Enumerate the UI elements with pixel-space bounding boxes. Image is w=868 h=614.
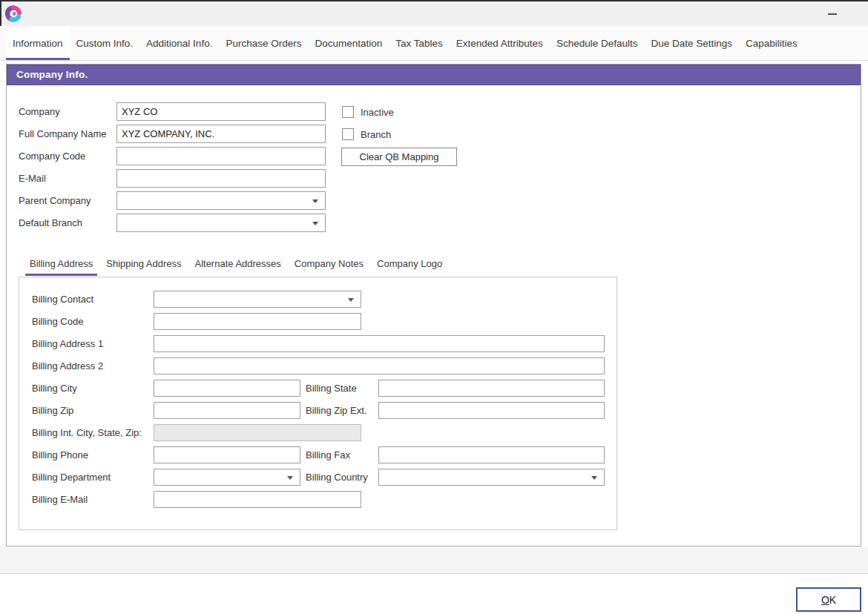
billing-zip-label: Billing Zip xyxy=(32,402,73,419)
subtab-company-notes[interactable]: Company Notes xyxy=(290,255,368,276)
minimize-icon xyxy=(828,13,837,15)
ok-button[interactable]: OK xyxy=(796,587,861,612)
billing-zip-ext-label: Billing Zip Ext. xyxy=(306,402,366,419)
tab-schedule-defaults[interactable]: Schedule Defaults xyxy=(550,29,645,60)
email-label: E-Mail xyxy=(19,169,46,188)
billing-email-input[interactable] xyxy=(154,491,361,508)
default-branch-dropdown[interactable] xyxy=(116,214,326,232)
tab-purchase-orders[interactable]: Purchase Orders xyxy=(219,29,308,60)
billing-contact-dropdown[interactable] xyxy=(154,291,361,308)
tab-custom-info[interactable]: Custom Info. xyxy=(70,29,140,60)
subtab-company-logo[interactable]: Company Logo xyxy=(372,255,447,276)
subtab-billing-address[interactable]: Billing Address xyxy=(25,255,97,276)
subtab-shipping-address[interactable]: Shipping Address xyxy=(102,255,185,276)
ok-button-rest: K xyxy=(829,594,836,606)
company-input[interactable] xyxy=(116,102,326,121)
billing-address-2-input[interactable] xyxy=(154,357,605,374)
billing-code-input[interactable] xyxy=(154,313,361,330)
subtab-alternate-addresses[interactable]: Alternate Addresses xyxy=(190,255,285,276)
full-company-name-input[interactable] xyxy=(116,125,326,143)
full-company-name-label: Full Company Name xyxy=(19,125,107,143)
tab-documentation[interactable]: Documentation xyxy=(308,29,389,60)
lower-spacer xyxy=(0,547,868,573)
tab-extended-attributes[interactable]: Extended Attributes xyxy=(450,29,550,60)
parent-company-label: Parent Company xyxy=(19,191,91,210)
caret-down-icon xyxy=(348,298,354,302)
branch-checkbox-label: Branch xyxy=(361,128,391,141)
billing-zip-ext-input[interactable] xyxy=(378,402,605,419)
billing-code-label: Billing Code xyxy=(32,313,83,330)
billing-department-label: Billing Department xyxy=(32,469,111,486)
billing-int-city-state-zip-input xyxy=(154,424,361,441)
company-label: Company xyxy=(19,102,60,121)
billing-phone-input[interactable] xyxy=(154,446,300,463)
caret-down-icon xyxy=(312,222,318,225)
email-input[interactable] xyxy=(116,169,326,188)
panel-title: Company Info. xyxy=(7,65,861,85)
caret-down-icon xyxy=(287,476,293,480)
inactive-checkbox-label: Inactive xyxy=(361,106,394,119)
billing-country-label: Billing Country xyxy=(306,469,368,486)
billing-zip-input[interactable] xyxy=(154,402,300,419)
app-window: Information Custom Info. Additional Info… xyxy=(0,0,868,614)
tab-due-date-settings[interactable]: Due Date Settings xyxy=(644,29,739,60)
company-info-panel: Company Info. Company Full Company Name … xyxy=(6,64,861,547)
billing-address-box: Billing Contact Billing Code Billing Add… xyxy=(19,277,617,530)
billing-address-1-label: Billing Address 1 xyxy=(32,335,103,352)
billing-country-dropdown[interactable] xyxy=(378,469,605,486)
tab-additional-info[interactable]: Additional Info. xyxy=(139,29,219,60)
billing-fax-input[interactable] xyxy=(378,446,605,463)
billing-int-city-state-zip-label: Billing Int. City, State, Zip: xyxy=(32,424,142,441)
company-code-input[interactable] xyxy=(116,147,326,165)
branch-checkbox[interactable] xyxy=(342,128,354,140)
app-logo-icon xyxy=(4,4,22,24)
default-branch-label: Default Branch xyxy=(19,214,82,232)
caret-down-icon xyxy=(591,476,597,480)
billing-city-input[interactable] xyxy=(154,380,300,397)
tab-information[interactable]: Information xyxy=(6,27,70,60)
billing-state-input[interactable] xyxy=(378,380,605,397)
minimize-button[interactable] xyxy=(822,5,843,23)
billing-department-dropdown[interactable] xyxy=(154,469,300,486)
tab-tax-tables[interactable]: Tax Tables xyxy=(389,29,450,60)
billing-phone-label: Billing Phone xyxy=(32,446,88,463)
clear-qb-mapping-button[interactable]: Clear QB Mapping xyxy=(341,148,457,166)
inactive-checkbox[interactable] xyxy=(342,106,354,118)
billing-city-label: Billing City xyxy=(32,380,77,397)
company-code-label: Company Code xyxy=(19,147,85,165)
billing-address-2-label: Billing Address 2 xyxy=(32,357,103,374)
billing-fax-label: Billing Fax xyxy=(306,446,350,463)
billing-address-1-input[interactable] xyxy=(154,335,605,352)
parent-company-dropdown[interactable] xyxy=(116,191,326,210)
address-tab-strip: Billing Address Shipping Address Alterna… xyxy=(25,255,451,276)
title-bar xyxy=(0,1,868,26)
billing-contact-label: Billing Contact xyxy=(32,291,93,308)
billing-email-label: Billing E-Mail xyxy=(32,491,88,508)
main-tab-strip: Information Custom Info. Additional Info… xyxy=(0,26,868,61)
ok-button-mnemonic: O xyxy=(821,594,829,606)
billing-state-label: Billing State xyxy=(306,380,357,397)
footer-bar: OK xyxy=(0,573,868,614)
tab-capabilities[interactable]: Capabilities xyxy=(739,29,804,60)
caret-down-icon xyxy=(312,199,318,203)
